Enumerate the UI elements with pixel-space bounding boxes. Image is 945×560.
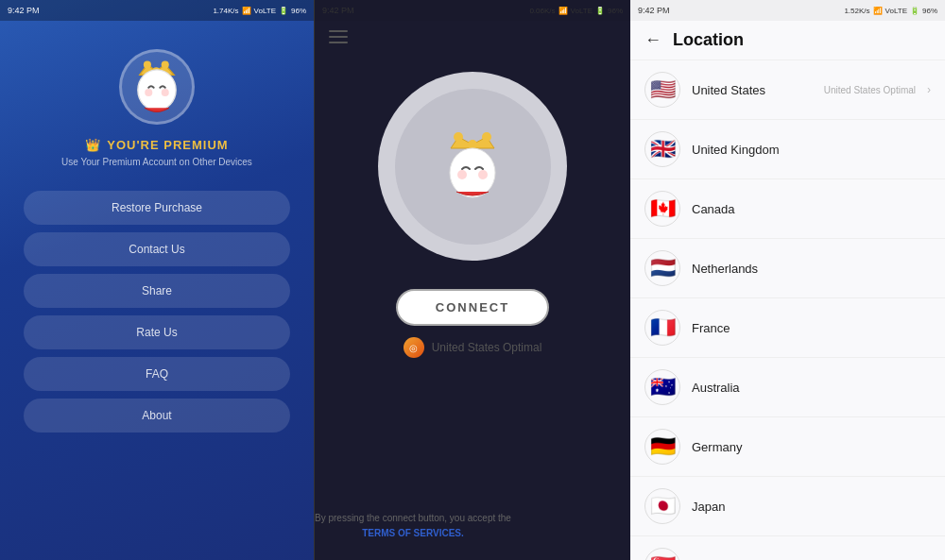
share-btn[interactable]: Share (24, 274, 290, 308)
location-text: United States Optimal (432, 341, 542, 354)
country-name-4: France (692, 321, 931, 335)
mascot-icon-1 (122, 52, 192, 122)
country-name-2: Canada (692, 202, 931, 216)
avatar-container (119, 49, 195, 125)
country-name-6: Germany (692, 440, 931, 454)
country-item-canada[interactable]: 🇨🇦Canada (630, 179, 945, 239)
country-name-1: United Kingdom (692, 143, 931, 157)
svg-point-8 (454, 132, 463, 142)
country-item-netherlands[interactable]: 🇳🇱Netherlands (630, 239, 945, 298)
menu-list: Restore Purchase Contact Us Share Rate U… (24, 191, 290, 433)
flag-8: 🇸🇬 (644, 548, 680, 560)
country-item-singapore[interactable]: 🇸🇬Singapore (630, 536, 945, 560)
status-icons-1: 1.74K/s 📶 VoLTE 🔋 96% (213, 7, 306, 15)
flag-5: 🇦🇺 (644, 369, 680, 405)
footer-text: By pressing the connect button, you acce… (315, 513, 511, 523)
status-bar-2: 9:42 PM 0.06K/s 📶 VoLTE 🔋 96% (315, 0, 630, 21)
faq-btn[interactable]: FAQ (24, 357, 290, 391)
about-btn[interactable]: About (24, 399, 290, 433)
connect-content: CONNECT ◎ United States Optimal (315, 53, 630, 358)
connect-circle-inner (395, 89, 551, 245)
location-icon: ◎ (404, 337, 424, 358)
svg-point-12 (457, 170, 467, 179)
flag-4: 🇫🇷 (644, 310, 680, 346)
svg-point-1 (144, 60, 151, 68)
connect-button[interactable]: CONNECT (396, 289, 549, 326)
flag-6: 🇩🇪 (644, 429, 680, 465)
premium-badge: 👑 YOU'RE PREMIUM (85, 138, 228, 152)
status-icons-2: 0.06K/s 📶 VoLTE 🔋 96% (529, 7, 623, 15)
top-bar-2 (315, 21, 630, 53)
country-item-germany[interactable]: 🇩🇪Germany (630, 417, 945, 477)
country-sub-0: United States Optimal (824, 85, 916, 95)
svg-point-6 (162, 89, 169, 96)
svg-point-11 (450, 148, 495, 197)
status-bar-1: 9:42 PM 1.74K/s 📶 VoLTE 🔋 96% (0, 0, 314, 21)
country-name-0: United States (692, 83, 813, 97)
screen3-location: 9:42 PM 1.52K/s 📶 VoLTE 🔋 96% ← Location… (630, 0, 945, 560)
back-button[interactable]: ← (644, 30, 662, 50)
location-indicator: ◎ United States Optimal (404, 337, 542, 358)
country-item-japan[interactable]: 🇯🇵Japan (630, 477, 945, 536)
flag-7: 🇯🇵 (644, 488, 680, 524)
rate-us-btn[interactable]: Rate Us (24, 315, 290, 349)
premium-sub-text: Use Your Premium Account on Other Device… (61, 157, 252, 167)
svg-point-13 (478, 170, 488, 179)
location-screen-title: Location (673, 30, 744, 50)
mascot-icon-2 (430, 124, 515, 209)
terms-link[interactable]: TERMS OF SERVICES. (362, 528, 464, 538)
hamburger-line-2 (329, 36, 348, 38)
location-header: ← Location (630, 21, 945, 60)
status-icons-3: 1.52K/s 📶 VoLTE 🔋 96% (844, 7, 937, 15)
status-time-1: 9:42 PM (8, 6, 40, 15)
country-list: 🇺🇸United StatesUnited States Optimal›🇬🇧U… (630, 60, 945, 560)
screen1-premium: 9:42 PM 1.74K/s 📶 VoLTE 🔋 96% (0, 0, 315, 560)
flag-0: 🇺🇸 (644, 72, 680, 108)
flag-1: 🇬🇧 (644, 131, 680, 167)
country-name-7: Japan (692, 500, 931, 514)
country-item-united-states[interactable]: 🇺🇸United StatesUnited States Optimal› (630, 60, 945, 120)
svg-point-5 (145, 89, 152, 96)
country-name-5: Australia (692, 381, 931, 395)
hamburger-menu-btn[interactable] (329, 30, 348, 43)
flag-2: 🇨🇦 (644, 191, 680, 227)
svg-point-3 (162, 60, 169, 68)
connect-circle-outer (378, 72, 567, 261)
status-bar-3: 9:42 PM 1.52K/s 📶 VoLTE 🔋 96% (630, 0, 945, 21)
country-item-united-kingdom[interactable]: 🇬🇧United Kingdom (630, 120, 945, 179)
status-time-2: 9:42 PM (322, 6, 354, 15)
contact-us-btn[interactable]: Contact Us (24, 232, 290, 266)
country-name-3: Netherlands (692, 262, 931, 276)
hamburger-line-1 (329, 30, 348, 32)
hamburger-line-3 (329, 42, 348, 43)
country-item-france[interactable]: 🇫🇷France (630, 298, 945, 358)
country-item-australia[interactable]: 🇦🇺Australia (630, 358, 945, 417)
screen2-connect: 9:42 PM 0.06K/s 📶 VoLTE 🔋 96% (315, 0, 630, 560)
status-time-3: 9:42 PM (638, 6, 670, 15)
flag-3: 🇳🇱 (644, 250, 680, 286)
connect-footer: By pressing the connect button, you acce… (315, 511, 511, 541)
svg-point-10 (482, 132, 491, 142)
restore-purchase-btn[interactable]: Restore Purchase (24, 191, 290, 225)
svg-point-4 (138, 70, 176, 110)
chevron-right-icon: › (927, 83, 931, 96)
